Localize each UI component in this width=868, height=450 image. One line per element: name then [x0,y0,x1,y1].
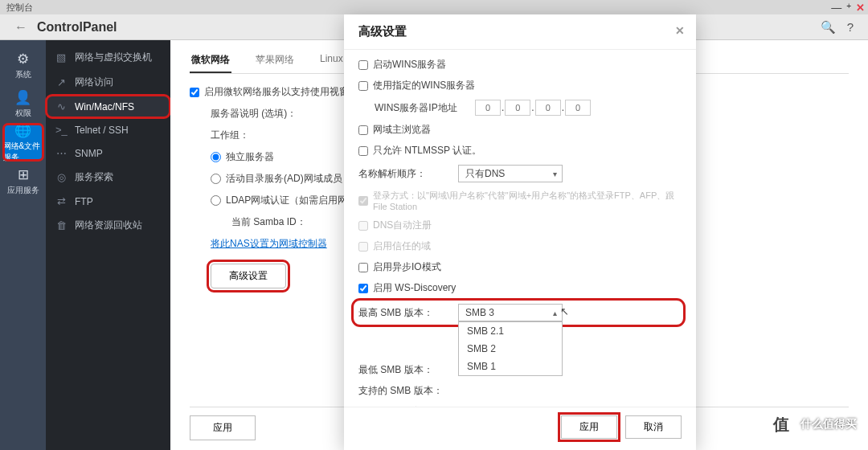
supported-smb-label: 支持的 SMB 版本： [358,384,458,398]
min-smb-label: 最低 SMB 版本： [358,363,458,377]
maximize-icon[interactable]: + [846,2,851,14]
watermark-text: 什么值得买 [800,417,857,432]
wins-custom-label: 使用指定的WINS服务器 [373,79,475,92]
trusted-domain-label: 启用信任的域 [373,239,431,253]
sidebar-item-recycle[interactable]: 🗑 网络资源回收站 [46,213,170,238]
samba-id-label: 当前 Samba ID： [231,215,306,229]
wins-enable-checkbox[interactable] [358,60,368,70]
help-icon[interactable]: ? [847,20,854,35]
content-apply-button[interactable]: 应用 [190,415,256,440]
dropdown-option[interactable]: SMB 1 [459,358,562,375]
ntlmssp-label: 只允许 NTLMSSP 认证。 [373,144,481,158]
radio-ad[interactable] [211,174,221,184]
server-desc-label: 服务器说明 (选填)： [211,107,297,121]
switch-icon: ▧ [55,51,67,63]
login-method-checkbox [358,196,368,206]
trusted-domain-checkbox [358,242,368,252]
gear-icon: ⚙ [17,51,29,68]
max-smb-label: 最高 SMB 版本： [358,306,458,320]
sidebar-item-discovery[interactable]: ◎ 服务探索 [46,165,170,190]
left-nav: ⚙ 系统 👤 权限 🌐 网络&文件服务 ⊞ 应用服务 [0,40,46,450]
sidebar-item-snmp[interactable]: ⋯ SNMP [46,141,170,165]
name-resolve-label: 名称解析顺序： [358,167,458,181]
wins-enable-label: 启动WINS服务器 [373,58,446,72]
ws-discovery-checkbox[interactable] [358,284,368,293]
async-io-label: 启用异步IO模式 [373,260,441,274]
tab-apple[interactable]: 苹果网络 [254,48,296,73]
async-io-checkbox[interactable] [358,263,368,272]
radar-icon: ◎ [55,171,67,183]
globe-icon: 🌐 [14,122,31,139]
search-icon[interactable]: 🔍 [821,20,836,35]
workgroup-label: 工作组： [211,129,291,142]
max-smb-select[interactable]: SMB 3 [458,304,563,321]
wins-ip-3[interactable] [535,100,561,116]
user-icon: 👤 [14,89,31,106]
advanced-settings-button[interactable]: 高级设置 [211,264,286,288]
modal-cancel-button[interactable]: 取消 [625,415,682,439]
dns-auto-checkbox [358,221,368,231]
sidebar-item-netaccess[interactable]: ↗ 网络访问 [46,70,170,95]
wins-ip-2[interactable] [505,100,530,116]
advanced-settings-modal: 高级设置 ✕ 启动WINS服务器 使用指定的WINS服务器 WINS服务器IP地… [344,14,696,450]
dns-auto-label: DNS自动注册 [373,219,432,232]
nas-controller-link[interactable]: 将此NAS设置为网域控制器 [211,237,327,251]
wins-ip-1[interactable] [475,100,501,116]
dots-icon: ⋯ [55,147,67,159]
leftnav-apps[interactable]: ⊞ 应用服务 [3,162,43,199]
trash-icon: 🗑 [55,219,67,231]
domain-browser-checkbox[interactable] [358,125,368,135]
max-smb-dropdown: SMB 3 SMB 2.1 SMB 2 SMB 1 [458,321,563,376]
sidebar-item-vswitch[interactable]: ▧ 网络与虚拟交换机 [46,45,170,70]
leftnav-system[interactable]: ⚙ 系统 [3,47,43,84]
sidebar-item-ftp[interactable]: ⇄ FTP [46,190,170,213]
radio-standalone-label: 独立服务器 [226,150,274,164]
back-arrow-icon[interactable]: ← [14,20,27,35]
apps-icon: ⊞ [18,166,29,183]
close-icon[interactable]: ✕ [856,2,865,14]
dropdown-option[interactable]: SMB 2.1 [459,322,562,340]
transfer-icon: ⇄ [55,195,67,207]
ntlmssp-checkbox[interactable] [358,146,368,156]
modal-apply-button[interactable]: 应用 [561,415,617,439]
enable-service-checkbox[interactable] [190,88,199,97]
ws-discovery-label: 启用 WS-Discovery [373,281,456,295]
titlebar-label: 控制台 [6,2,33,14]
sidebar: ▧ 网络与虚拟交换机 ↗ 网络访问 ∿ Win/Mac/NFS >_ Telne… [46,40,170,450]
tab-msnetwork[interactable]: 微软网络 [190,48,231,73]
watermark-logo-icon: 值 [767,410,796,439]
watermark: 值 什么值得买 [767,410,857,439]
wins-ip-4[interactable] [565,100,591,116]
wins-custom-checkbox[interactable] [358,81,368,91]
access-icon: ↗ [55,76,67,88]
window-titlebar: 控制台 — + ✕ [0,0,868,14]
name-resolve-select[interactable]: 只有DNS [458,165,563,182]
modal-close-icon[interactable]: ✕ [675,24,685,37]
leftnav-network-files[interactable]: 🌐 网络&文件服务 [3,124,43,161]
sidebar-item-telnet[interactable]: >_ Telnet / SSH [46,118,170,141]
dropdown-option[interactable]: SMB 2 [459,340,562,358]
sidebar-item-winmacnfs[interactable]: ∿ Win/Mac/NFS [46,95,170,118]
domain-browser-label: 网域主浏览器 [373,123,431,137]
leftnav-permission[interactable]: 👤 权限 [3,85,43,122]
page-title: ControlPanel [37,20,117,35]
terminal-icon: >_ [55,124,67,136]
modal-title: 高级设置 ✕ [344,14,696,50]
wave-icon: ∿ [55,100,67,112]
login-method-label: 登录方式：以"网域\用户名称"代替"网域+用户名称"的格式登录FTP、AFP、跟… [373,190,682,211]
minimize-icon[interactable]: — [831,2,841,14]
radio-ldap[interactable] [211,195,221,206]
wins-ip-label: WINS服务器IP地址 [375,101,474,115]
radio-standalone[interactable] [211,152,221,162]
